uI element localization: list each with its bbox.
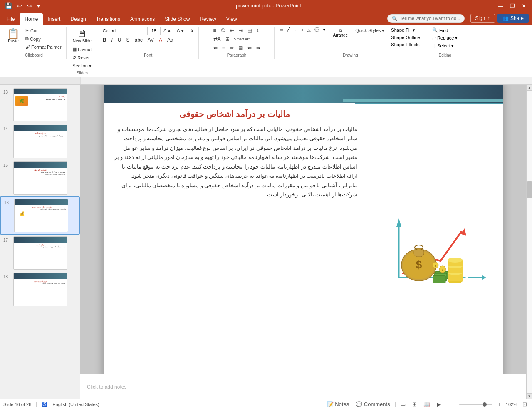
- rectangle-shape[interactable]: ▭: [278, 27, 285, 33]
- replace-button[interactable]: ⇄ Replace ▾: [429, 35, 460, 42]
- save-icon[interactable]: 💾: [3, 2, 14, 10]
- notes-area[interactable]: Click to add notes: [80, 374, 526, 399]
- line-spacing-button[interactable]: ↕: [255, 27, 261, 34]
- fit-slide-button[interactable]: ⊡: [521, 401, 529, 408]
- copy-button[interactable]: ⧉ Copy: [23, 35, 64, 43]
- shadow-button[interactable]: abc: [132, 36, 144, 44]
- customize-qat-icon[interactable]: ▾: [35, 2, 42, 10]
- numbered-list-button[interactable]: ①: [219, 27, 228, 34]
- font-name-input[interactable]: [101, 27, 146, 35]
- tab-file[interactable]: File: [2, 13, 20, 25]
- reset-button[interactable]: ↺ Reset: [70, 54, 94, 62]
- slide-thumb-15[interactable]: 15 عنوان پانزدهم مالیات بر درآمد ۱۴۰۲ و …: [0, 160, 80, 196]
- section-button[interactable]: Section ▾: [70, 62, 94, 70]
- slide-sorter-button[interactable]: ⊞: [411, 401, 418, 408]
- align-left-button[interactable]: ⇐: [211, 44, 220, 52]
- align-center-button[interactable]: ≡: [220, 44, 227, 52]
- close-button[interactable]: ✕: [519, 2, 529, 10]
- arrow-shape[interactable]: →: [292, 27, 299, 33]
- tab-home[interactable]: Home: [20, 13, 43, 25]
- select-button[interactable]: ⊹ Select ▾: [429, 42, 457, 50]
- triangle-shape[interactable]: △: [306, 27, 312, 33]
- slide-thumb-18[interactable]: 18 عنوان اسلاید هجدهم اطلاعات کامل اسلای…: [0, 271, 80, 308]
- layout-button[interactable]: ▦ Layout: [70, 45, 94, 53]
- tab-review[interactable]: Review: [195, 13, 221, 25]
- clear-format-button[interactable]: 𝐀: [188, 27, 196, 35]
- slide-thumb-14[interactable]: 14 عنوان اسلاید محتوای اسلاید چهاردهم با…: [0, 123, 80, 160]
- new-slide-button[interactable]: 🖹 New Slide: [70, 27, 94, 45]
- slide-show-button[interactable]: ▶: [435, 401, 443, 408]
- ltr-button[interactable]: ⇒: [254, 44, 262, 52]
- slide-thumb-13[interactable]: 13 مالیات متن نمونه برای اسلاید سیزدهم 🌿: [0, 87, 80, 123]
- comments-button[interactable]: 💬 Comments: [354, 401, 391, 408]
- tab-transitions[interactable]: Transitions: [91, 13, 125, 25]
- tab-animations[interactable]: Animations: [125, 13, 160, 25]
- redo-icon[interactable]: ↪: [25, 2, 34, 10]
- find-button[interactable]: 🔍 Find: [429, 27, 451, 34]
- align-text-button[interactable]: ⊞: [223, 35, 232, 43]
- increase-font-button[interactable]: A▲: [161, 27, 174, 35]
- strikethrough-button[interactable]: S: [124, 36, 131, 44]
- slide-thumb-16[interactable]: 16 مالیات بر درآمد اشخاص حقوقی مالیات بر…: [0, 196, 80, 235]
- minimize-button[interactable]: —: [495, 2, 506, 10]
- shape-fill-button[interactable]: Shape Fill ▾: [388, 27, 423, 34]
- slide-viewport[interactable]: مالیات بر درآمد اشخاص حقوقی مالیات بر در…: [80, 85, 526, 374]
- vertical-scrollbar[interactable]: ▲ ▼: [526, 85, 532, 399]
- tab-design[interactable]: Design: [65, 13, 91, 25]
- scroll-up-button[interactable]: ▲: [527, 85, 532, 91]
- underline-button[interactable]: U: [116, 36, 124, 44]
- text-direction-button[interactable]: ⇄A: [211, 35, 223, 43]
- bullet-list-button[interactable]: ≡: [211, 27, 218, 34]
- italic-button[interactable]: I: [109, 36, 114, 44]
- share-button[interactable]: 👥 Share: [497, 14, 529, 23]
- font-size-input[interactable]: [147, 27, 161, 35]
- tab-view[interactable]: View: [221, 13, 242, 25]
- scroll-down-button[interactable]: ▼: [527, 393, 532, 399]
- scroll-thumb[interactable]: [527, 181, 532, 198]
- restore-button[interactable]: ❐: [507, 2, 517, 10]
- normal-view-button[interactable]: ▭: [399, 401, 407, 408]
- scroll-track[interactable]: [527, 91, 532, 393]
- line-shape[interactable]: ╱: [285, 27, 291, 33]
- zoom-slider[interactable]: [459, 404, 492, 405]
- decrease-indent-button[interactable]: ⇤: [228, 27, 236, 34]
- format-painter-button[interactable]: 🖌 Format Painter: [23, 43, 64, 51]
- paste-button[interactable]: 📋 Paste: [4, 27, 22, 45]
- slide-thumb-17[interactable]: 17 عنوان هفدهم مالیات بر درآمد ۱۴۰۲ و در…: [0, 235, 80, 271]
- cut-button[interactable]: ✂ Cut: [23, 27, 64, 35]
- search-bar[interactable]: 🔍 Tell me what you want to do...: [387, 14, 465, 23]
- language[interactable]: English (United States): [52, 402, 99, 407]
- sign-in-button[interactable]: Sign in: [470, 14, 495, 23]
- rtl-button[interactable]: ⇐: [245, 44, 254, 52]
- shape-effects-button[interactable]: Shape Effects: [388, 41, 423, 48]
- increase-indent-button[interactable]: ⇥: [237, 27, 245, 34]
- zoom-in-button[interactable]: +: [496, 401, 502, 408]
- decrease-font-button[interactable]: A▼: [175, 27, 187, 35]
- columns-button[interactable]: ▤: [245, 27, 254, 34]
- bold-button[interactable]: B: [101, 36, 109, 44]
- paste-icon: 📋: [7, 29, 20, 39]
- zoom-out-button[interactable]: −: [450, 401, 456, 408]
- font-color-button[interactable]: A: [157, 36, 164, 44]
- slide-body-text: مالیات بر درآمد اشخاص حقوقی، مالیاتی است…: [112, 125, 357, 200]
- notes-button[interactable]: 📝 Notes: [325, 401, 351, 408]
- undo-icon[interactable]: ↩: [15, 2, 24, 10]
- slide-num-17: 17: [3, 236, 11, 243]
- arrange-button[interactable]: ⧉ Arrange: [329, 27, 352, 39]
- oval-shape[interactable]: ○: [299, 27, 305, 33]
- text-highlight-button[interactable]: Aa: [165, 36, 176, 44]
- callout-shape[interactable]: 💬: [313, 27, 321, 33]
- char-spacing-button[interactable]: AV: [146, 36, 156, 44]
- zoom-handle[interactable]: [483, 402, 487, 407]
- accessibility-icon[interactable]: ♿: [42, 402, 47, 407]
- shape-outline-button[interactable]: Shape Outline: [388, 34, 423, 41]
- justify-button[interactable]: ▤: [236, 44, 245, 52]
- zoom-level[interactable]: 102%: [506, 402, 517, 407]
- quick-styles-button[interactable]: Quick Styles ▾: [353, 27, 386, 35]
- tab-slide-show[interactable]: Slide Show: [160, 13, 195, 25]
- more-shapes[interactable]: ▾: [322, 27, 327, 33]
- reading-view-button[interactable]: 📖: [422, 401, 432, 408]
- align-right-button[interactable]: ⇒: [228, 44, 236, 52]
- tab-insert[interactable]: Insert: [43, 13, 65, 25]
- convert-smartart-button[interactable]: Smart Art: [232, 36, 252, 42]
